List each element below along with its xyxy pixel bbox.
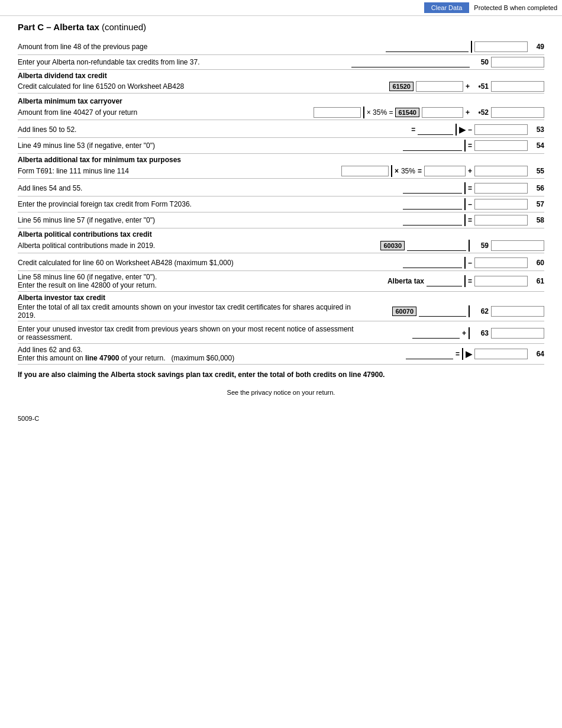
footer-note: If you are also claiming the Alberta sto… [18,371,544,379]
code-61520: 61520 [389,82,414,91]
line-62-num: 62 [472,307,489,315]
line-58-input[interactable] [474,215,528,226]
line-52-row: Amount from line 40427 of your return × … [18,105,544,120]
line-54-row: Line 49 minus line 53 (if negative, ente… [18,138,544,154]
line-52-input2[interactable] [422,107,463,118]
line-54-equals: = [468,141,472,150]
line-50-row: Enter your Alberta non-refundable tax cr… [18,55,544,70]
line-54-desc: Line 49 minus line 53 (if negative, ente… [18,141,338,150]
line-63-plus: + [462,329,466,337]
line-61-desc1: Line 58 minus line 60 (if negative, ente… [18,273,338,281]
privacy-note: See the privacy notice on your return. [18,388,544,397]
line-64-input[interactable] [474,349,528,359]
line-59-input[interactable] [491,240,544,251]
line-58-divider [464,214,466,226]
line-51-row: Credit calculated for line 61520 on Work… [18,80,544,94]
political-title: Alberta political contributions tax cred… [18,230,544,239]
line-52-desc: Amount from line 40427 of your return [18,108,314,117]
line-60-divider [464,257,466,269]
line-60-input[interactable] [474,257,528,268]
line-55-plus: + [468,167,472,175]
line-51-input[interactable] [416,81,463,92]
additional-tax-title: Alberta additional tax for minimum tax p… [18,156,544,164]
line-64-arrow: ▶ [466,349,472,359]
line-57-input[interactable] [474,199,528,210]
protected-label: Protected B when completed [474,4,557,11]
line-64-desc2: Enter this amount on line 47900 of your … [18,354,338,362]
line-55-eq: = [418,167,422,175]
line-63-row: Enter your unused investor tax credit fr… [18,323,544,344]
line-53-minus: – [468,125,472,134]
line-51-desc: Credit calculated for line 61520 on Work… [18,82,355,91]
line-52-input1[interactable] [314,107,361,118]
investor-title: Alberta investor tax credit [18,294,544,302]
line-57-row: Enter the provincial foreign tax credit … [18,197,544,212]
line-59-row: Alberta political contributions made in … [18,239,544,253]
line-62-divider [469,305,470,317]
line-62-row: Enter the total of all tax credit amount… [18,302,544,321]
line-57-desc: Enter the provincial foreign tax credit … [18,200,338,208]
section-additional-tax: Alberta additional tax for minimum tax p… [18,154,544,181]
line-63-input[interactable] [491,328,544,339]
line-61-alberta-tax: Alberta tax [387,277,424,285]
line-55-divider [391,165,392,177]
line-64-desc: Add lines 62 and 63. Enter this amount o… [18,346,338,362]
main-content: Part C – Alberta tax (continued) Amount … [0,16,562,434]
line-49-input[interactable] [474,41,528,52]
line-56-num: 56 [528,184,544,192]
clear-data-button[interactable]: Clear Data [424,2,470,13]
line-50-input[interactable] [491,57,544,67]
line-64-underline [406,349,453,359]
line-52-divider [363,107,364,118]
line-51-num: •51 [472,82,489,91]
stock-savings-note: If you are also claiming the Alberta sto… [18,371,544,379]
line-64-divider [462,348,463,360]
line-51-right-input[interactable] [491,81,544,92]
line-58-underline [403,215,462,226]
line-53-row: Add lines 50 to 52. = ▶ – 53 [18,122,544,138]
line-58-row: Line 56 minus line 57 (if negative, ente… [18,212,544,228]
line-63-underline [412,328,460,339]
line-54-input[interactable] [474,140,528,151]
line-60-row: Credit calculated for line 60 on Workshe… [18,255,544,271]
line-53-arrow: ▶ [459,125,466,134]
line-57-minus: – [468,200,472,208]
line-58-desc: Line 56 minus line 57 (if negative, ente… [18,216,338,224]
line-60-num: 60 [528,259,544,267]
line-52-num: •52 [472,108,489,117]
line-61-input[interactable] [474,276,528,286]
line-50-num: 50 [472,58,489,66]
line-55-pct: 35% [401,167,415,175]
top-bar: Clear Data Protected B when completed [0,0,562,16]
min-tax-title: Alberta minimum tax carryover [18,97,544,105]
line-49-num: 49 [528,43,544,51]
line-62-desc: Enter the total of all tax credit amount… [18,303,355,320]
line-56-input[interactable] [474,183,528,194]
line-59-desc: Alberta political contributions made in … [18,241,355,250]
section-investor: Alberta investor tax credit Enter the to… [18,292,544,323]
line-62-input[interactable] [491,306,544,317]
line-64-equals: = [456,350,460,358]
line-63-desc: Enter your unused investor tax credit fr… [18,325,355,342]
privacy-note-text: See the privacy notice on your return. [227,389,335,396]
line-55-input2[interactable] [424,166,466,176]
page-title: Part C – Alberta tax (continued) [18,22,146,32]
line-64-row: Add lines 62 and 63. Enter this amount o… [18,344,544,365]
line-55-input1[interactable] [341,166,389,176]
line-52-right-input[interactable] [491,107,544,118]
line-53-input[interactable] [474,124,528,135]
line-50-underline [351,57,470,67]
line-61-desc: Line 58 minus line 60 (if negative, ente… [18,273,338,289]
form-number: 5009-C [18,414,544,423]
line-55-input3[interactable] [474,166,528,176]
code-60030: 60030 [380,241,405,250]
line-56-equals: = [468,184,472,192]
line-61-equals: = [468,277,472,285]
line-61-row: Line 58 minus line 60 (if negative, ente… [18,271,544,292]
line-55-x: × [395,167,399,175]
line-62-underline [419,306,466,317]
line-59-num: 59 [472,241,489,250]
line-52-formula: × 35% = [367,108,393,117]
line-54-underline [403,140,462,151]
line-61-divider [464,275,466,287]
